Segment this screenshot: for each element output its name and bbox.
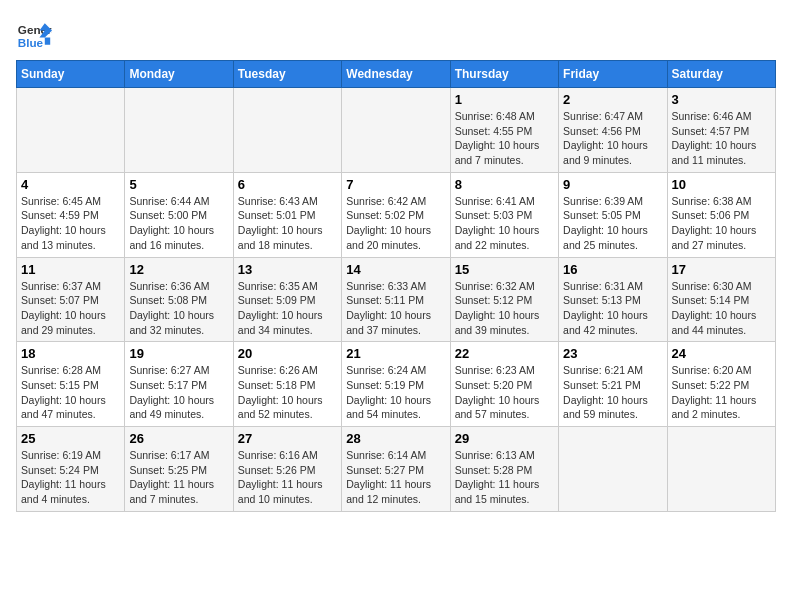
day-number: 11 bbox=[21, 262, 120, 277]
day-number: 7 bbox=[346, 177, 445, 192]
calendar-cell bbox=[667, 427, 775, 512]
day-info: Sunrise: 6:42 AMSunset: 5:02 PMDaylight:… bbox=[346, 194, 445, 253]
day-info: Sunrise: 6:26 AMSunset: 5:18 PMDaylight:… bbox=[238, 363, 337, 422]
day-info: Sunrise: 6:39 AMSunset: 5:05 PMDaylight:… bbox=[563, 194, 662, 253]
day-info: Sunrise: 6:46 AMSunset: 4:57 PMDaylight:… bbox=[672, 109, 771, 168]
day-number: 13 bbox=[238, 262, 337, 277]
calendar-cell: 15Sunrise: 6:32 AMSunset: 5:12 PMDayligh… bbox=[450, 257, 558, 342]
calendar-cell: 1Sunrise: 6:48 AMSunset: 4:55 PMDaylight… bbox=[450, 88, 558, 173]
calendar-cell bbox=[17, 88, 125, 173]
calendar-cell bbox=[342, 88, 450, 173]
day-info: Sunrise: 6:14 AMSunset: 5:27 PMDaylight:… bbox=[346, 448, 445, 507]
weekday-header-saturday: Saturday bbox=[667, 61, 775, 88]
calendar-cell bbox=[125, 88, 233, 173]
calendar-cell: 23Sunrise: 6:21 AMSunset: 5:21 PMDayligh… bbox=[559, 342, 667, 427]
weekday-header-sunday: Sunday bbox=[17, 61, 125, 88]
calendar-week-row: 1Sunrise: 6:48 AMSunset: 4:55 PMDaylight… bbox=[17, 88, 776, 173]
day-info: Sunrise: 6:45 AMSunset: 4:59 PMDaylight:… bbox=[21, 194, 120, 253]
day-info: Sunrise: 6:47 AMSunset: 4:56 PMDaylight:… bbox=[563, 109, 662, 168]
weekday-header-thursday: Thursday bbox=[450, 61, 558, 88]
calendar-cell bbox=[233, 88, 341, 173]
day-info: Sunrise: 6:19 AMSunset: 5:24 PMDaylight:… bbox=[21, 448, 120, 507]
day-info: Sunrise: 6:33 AMSunset: 5:11 PMDaylight:… bbox=[346, 279, 445, 338]
calendar-cell bbox=[559, 427, 667, 512]
day-number: 14 bbox=[346, 262, 445, 277]
calendar-cell: 20Sunrise: 6:26 AMSunset: 5:18 PMDayligh… bbox=[233, 342, 341, 427]
day-info: Sunrise: 6:21 AMSunset: 5:21 PMDaylight:… bbox=[563, 363, 662, 422]
calendar-table: SundayMondayTuesdayWednesdayThursdayFrid… bbox=[16, 60, 776, 512]
day-number: 24 bbox=[672, 346, 771, 361]
calendar-cell: 12Sunrise: 6:36 AMSunset: 5:08 PMDayligh… bbox=[125, 257, 233, 342]
day-number: 8 bbox=[455, 177, 554, 192]
calendar-week-row: 4Sunrise: 6:45 AMSunset: 4:59 PMDaylight… bbox=[17, 172, 776, 257]
day-number: 25 bbox=[21, 431, 120, 446]
day-number: 12 bbox=[129, 262, 228, 277]
calendar-week-row: 25Sunrise: 6:19 AMSunset: 5:24 PMDayligh… bbox=[17, 427, 776, 512]
day-info: Sunrise: 6:43 AMSunset: 5:01 PMDaylight:… bbox=[238, 194, 337, 253]
day-info: Sunrise: 6:13 AMSunset: 5:28 PMDaylight:… bbox=[455, 448, 554, 507]
calendar-cell: 3Sunrise: 6:46 AMSunset: 4:57 PMDaylight… bbox=[667, 88, 775, 173]
day-number: 19 bbox=[129, 346, 228, 361]
day-number: 9 bbox=[563, 177, 662, 192]
day-info: Sunrise: 6:44 AMSunset: 5:00 PMDaylight:… bbox=[129, 194, 228, 253]
day-number: 17 bbox=[672, 262, 771, 277]
calendar-week-row: 11Sunrise: 6:37 AMSunset: 5:07 PMDayligh… bbox=[17, 257, 776, 342]
weekday-header-wednesday: Wednesday bbox=[342, 61, 450, 88]
day-info: Sunrise: 6:36 AMSunset: 5:08 PMDaylight:… bbox=[129, 279, 228, 338]
day-number: 10 bbox=[672, 177, 771, 192]
calendar-cell: 17Sunrise: 6:30 AMSunset: 5:14 PMDayligh… bbox=[667, 257, 775, 342]
page-header: General Blue bbox=[16, 16, 776, 52]
day-number: 15 bbox=[455, 262, 554, 277]
calendar-cell: 21Sunrise: 6:24 AMSunset: 5:19 PMDayligh… bbox=[342, 342, 450, 427]
calendar-cell: 25Sunrise: 6:19 AMSunset: 5:24 PMDayligh… bbox=[17, 427, 125, 512]
calendar-cell: 24Sunrise: 6:20 AMSunset: 5:22 PMDayligh… bbox=[667, 342, 775, 427]
calendar-cell: 16Sunrise: 6:31 AMSunset: 5:13 PMDayligh… bbox=[559, 257, 667, 342]
day-number: 23 bbox=[563, 346, 662, 361]
calendar-cell: 6Sunrise: 6:43 AMSunset: 5:01 PMDaylight… bbox=[233, 172, 341, 257]
day-info: Sunrise: 6:28 AMSunset: 5:15 PMDaylight:… bbox=[21, 363, 120, 422]
day-number: 22 bbox=[455, 346, 554, 361]
day-number: 18 bbox=[21, 346, 120, 361]
day-number: 4 bbox=[21, 177, 120, 192]
logo: General Blue bbox=[16, 16, 56, 52]
day-info: Sunrise: 6:38 AMSunset: 5:06 PMDaylight:… bbox=[672, 194, 771, 253]
day-number: 2 bbox=[563, 92, 662, 107]
day-info: Sunrise: 6:41 AMSunset: 5:03 PMDaylight:… bbox=[455, 194, 554, 253]
weekday-header-tuesday: Tuesday bbox=[233, 61, 341, 88]
calendar-cell: 18Sunrise: 6:28 AMSunset: 5:15 PMDayligh… bbox=[17, 342, 125, 427]
day-info: Sunrise: 6:17 AMSunset: 5:25 PMDaylight:… bbox=[129, 448, 228, 507]
weekday-header-monday: Monday bbox=[125, 61, 233, 88]
day-number: 29 bbox=[455, 431, 554, 446]
day-number: 5 bbox=[129, 177, 228, 192]
day-info: Sunrise: 6:20 AMSunset: 5:22 PMDaylight:… bbox=[672, 363, 771, 422]
day-info: Sunrise: 6:37 AMSunset: 5:07 PMDaylight:… bbox=[21, 279, 120, 338]
calendar-cell: 8Sunrise: 6:41 AMSunset: 5:03 PMDaylight… bbox=[450, 172, 558, 257]
day-number: 21 bbox=[346, 346, 445, 361]
day-info: Sunrise: 6:23 AMSunset: 5:20 PMDaylight:… bbox=[455, 363, 554, 422]
day-info: Sunrise: 6:35 AMSunset: 5:09 PMDaylight:… bbox=[238, 279, 337, 338]
day-info: Sunrise: 6:32 AMSunset: 5:12 PMDaylight:… bbox=[455, 279, 554, 338]
day-info: Sunrise: 6:27 AMSunset: 5:17 PMDaylight:… bbox=[129, 363, 228, 422]
calendar-cell: 13Sunrise: 6:35 AMSunset: 5:09 PMDayligh… bbox=[233, 257, 341, 342]
day-number: 3 bbox=[672, 92, 771, 107]
day-info: Sunrise: 6:30 AMSunset: 5:14 PMDaylight:… bbox=[672, 279, 771, 338]
calendar-cell: 28Sunrise: 6:14 AMSunset: 5:27 PMDayligh… bbox=[342, 427, 450, 512]
weekday-header-row: SundayMondayTuesdayWednesdayThursdayFrid… bbox=[17, 61, 776, 88]
day-number: 20 bbox=[238, 346, 337, 361]
weekday-header-friday: Friday bbox=[559, 61, 667, 88]
calendar-cell: 9Sunrise: 6:39 AMSunset: 5:05 PMDaylight… bbox=[559, 172, 667, 257]
calendar-cell: 5Sunrise: 6:44 AMSunset: 5:00 PMDaylight… bbox=[125, 172, 233, 257]
day-number: 27 bbox=[238, 431, 337, 446]
calendar-week-row: 18Sunrise: 6:28 AMSunset: 5:15 PMDayligh… bbox=[17, 342, 776, 427]
day-number: 26 bbox=[129, 431, 228, 446]
day-number: 28 bbox=[346, 431, 445, 446]
day-number: 16 bbox=[563, 262, 662, 277]
calendar-cell: 11Sunrise: 6:37 AMSunset: 5:07 PMDayligh… bbox=[17, 257, 125, 342]
day-info: Sunrise: 6:24 AMSunset: 5:19 PMDaylight:… bbox=[346, 363, 445, 422]
calendar-cell: 10Sunrise: 6:38 AMSunset: 5:06 PMDayligh… bbox=[667, 172, 775, 257]
calendar-cell: 26Sunrise: 6:17 AMSunset: 5:25 PMDayligh… bbox=[125, 427, 233, 512]
calendar-cell: 19Sunrise: 6:27 AMSunset: 5:17 PMDayligh… bbox=[125, 342, 233, 427]
calendar-cell: 2Sunrise: 6:47 AMSunset: 4:56 PMDaylight… bbox=[559, 88, 667, 173]
day-number: 6 bbox=[238, 177, 337, 192]
calendar-cell: 27Sunrise: 6:16 AMSunset: 5:26 PMDayligh… bbox=[233, 427, 341, 512]
